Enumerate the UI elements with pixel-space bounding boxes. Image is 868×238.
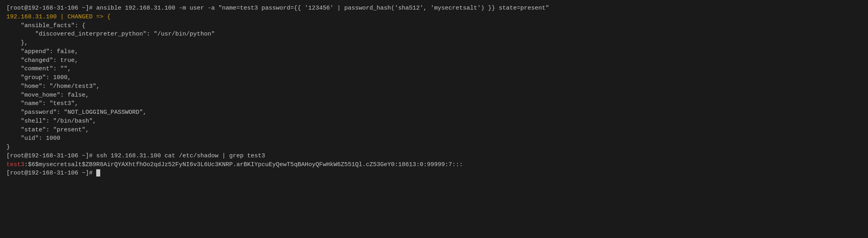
line-ansible-facts: "ansible_facts": { (6, 22, 862, 30)
line-uid: "uid": 1000 (6, 134, 862, 143)
terminal-cursor (96, 169, 100, 177)
terminal: [root@192-168-31-106 ~]# ansible 192.168… (6, 4, 862, 234)
line-comment: "comment": "", (6, 65, 862, 73)
line-append: "append": false, (6, 48, 862, 56)
line-name: "name": "test3", (6, 99, 862, 108)
line-command1: [root@192-168-31-106 ~]# ansible 192.168… (6, 4, 862, 13)
line-password: "password": "NOT_LOGGING_PASSWORD", (6, 108, 862, 117)
line-shadow-result: test3:$6$mysecretsalt$ZB9R8AirQYAXhtfhOo… (6, 161, 862, 169)
line-state: "state": "present", (6, 126, 862, 135)
line-discovered: "discovered_interpreter_python": "/usr/b… (6, 30, 862, 39)
line-close-facts: }, (6, 39, 862, 48)
line-command3: [root@192-168-31-106 ~]# (6, 169, 862, 178)
line-command2: [root@192-168-31-106 ~]# ssh 192.168.31.… (6, 152, 862, 161)
line-move-home: "move_home": false, (6, 91, 862, 100)
line-group: "group": 1000, (6, 73, 862, 82)
line-shell: "shell": "/bin/bash", (6, 117, 862, 126)
line-changed: "changed": true, (6, 56, 862, 65)
line-close-brace: } (6, 143, 862, 152)
line-ip-changed: 192.168.31.100 | CHANGED => { (6, 13, 862, 22)
line-home: "home": "/home/test3", (6, 82, 862, 91)
